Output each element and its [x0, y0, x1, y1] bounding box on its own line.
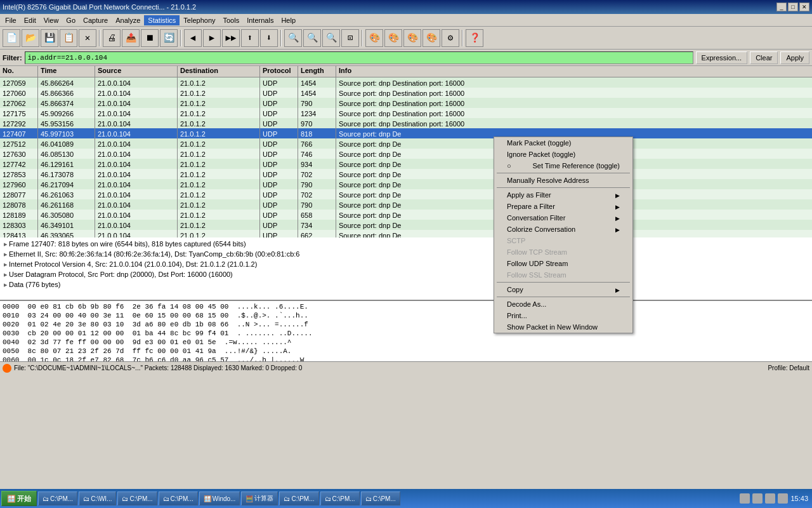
table-row[interactable]: 127512 46.041089 21.0.0.104 21.0.1.2 UDP… — [0, 138, 812, 149]
table-row[interactable]: 127175 45.909266 21.0.0.104 21.0.1.2 UDP… — [0, 108, 812, 118]
menu-edit[interactable]: Edit — [20, 15, 40, 25]
clear-button[interactable]: Clear — [750, 51, 778, 64]
menu-tools[interactable]: Tools — [219, 15, 244, 25]
apply-button[interactable]: Apply — [780, 51, 809, 64]
table-row[interactable]: 127630 46.085130 21.0.0.104 21.0.1.2 UDP… — [0, 149, 812, 159]
zoom-in-button[interactable]: 🔍 — [322, 29, 340, 47]
settings-button[interactable]: ⚙ — [442, 29, 459, 47]
close-button[interactable]: ✕ — [799, 3, 809, 11]
context-menu-item[interactable]: Decode As... — [494, 298, 632, 310]
menu-internals[interactable]: Internals — [243, 15, 277, 25]
save-button[interactable]: 💾 — [41, 29, 58, 47]
context-menu-item[interactable]: ○Set Time Reference (toggle) — [494, 160, 632, 171]
systray-sound-icon — [752, 493, 763, 504]
taskbar-item[interactable]: 🗂C:\PM... — [38, 491, 77, 505]
context-menu-item[interactable]: Conversation Filter — [494, 212, 632, 224]
table-row[interactable]: 128413 46.393065 21.0.0.104 21.0.1.2 UDP… — [0, 230, 812, 237]
taskbar-item[interactable]: 🪟Windo... — [199, 491, 240, 505]
table-row[interactable]: 128303 46.349101 21.0.0.104 21.0.1.2 UDP… — [0, 220, 812, 230]
context-menu-item[interactable]: Colorize Conversation — [494, 224, 632, 235]
color2-button[interactable]: 🎨 — [384, 29, 402, 47]
table-row[interactable]: 127060 45.866366 21.0.0.104 21.0.1.2 UDP… — [0, 88, 812, 98]
context-menu-item[interactable]: Ignore Packet (toggle) — [494, 149, 632, 160]
color4-button[interactable]: 🎨 — [422, 29, 440, 47]
context-menu-item: Follow TCP Stream — [494, 246, 632, 258]
forward2-button[interactable]: ▶▶ — [222, 29, 240, 47]
detail-row[interactable]: ▸Ethernet II, Src: 80:f6:2e:36:fa:14 (80… — [1, 249, 811, 259]
filter-input[interactable] — [25, 51, 693, 64]
print-button[interactable]: 🖨 — [103, 29, 121, 47]
context-menu-item[interactable]: Show Packet in New Window — [494, 321, 632, 333]
menu-help[interactable]: Help — [277, 15, 299, 25]
help-button[interactable]: ❓ — [466, 29, 483, 47]
menu-view[interactable]: View — [40, 15, 63, 25]
menu-analyze[interactable]: Analyze — [112, 15, 144, 25]
detail-row[interactable]: ▸Internet Protocol Version 4, Src: 21.0.… — [1, 259, 811, 269]
taskbar-item[interactable]: 🗂C:\WI... — [79, 491, 116, 505]
zoom-fit-button[interactable]: ⊡ — [341, 29, 359, 47]
export-button[interactable]: 📤 — [122, 29, 140, 47]
cell-len: 1234 — [298, 108, 336, 118]
taskbar-item[interactable]: 🗂C:\PM... — [117, 491, 157, 505]
context-menu-item[interactable]: Copy — [494, 284, 632, 295]
context-menu-item[interactable]: Apply as Filter — [494, 189, 632, 201]
col-header-info[interactable]: Info — [336, 66, 812, 77]
context-menu-item[interactable]: Manually Resolve Address — [494, 175, 632, 186]
menu-statistics[interactable]: Statistics — [144, 15, 180, 25]
cell-src: 21.0.0.104 — [95, 77, 178, 88]
forward-button[interactable]: ▶ — [203, 29, 221, 47]
taskbar-item[interactable]: 🧮计算器 — [241, 491, 278, 505]
restore-button[interactable]: □ — [788, 3, 798, 11]
zoom-reset-button[interactable]: 🔍 — [284, 29, 302, 47]
up-button[interactable]: ⬆ — [241, 29, 259, 47]
expression-button[interactable]: Expression... — [696, 51, 748, 64]
menu-go[interactable]: Go — [62, 15, 79, 25]
taskbar-item[interactable]: 🗂C:\PM... — [159, 491, 198, 505]
stop-button[interactable]: ⏹ — [141, 29, 159, 47]
open-button[interactable]: 📂 — [22, 29, 39, 47]
table-row[interactable]: 127292 45.953156 21.0.0.104 21.0.1.2 UDP… — [0, 118, 812, 128]
table-row[interactable]: 127742 46.129161 21.0.0.104 21.0.1.2 UDP… — [0, 159, 812, 169]
table-row[interactable]: 127853 46.173078 21.0.0.104 21.0.1.2 UDP… — [0, 169, 812, 179]
start-button[interactable]: 🪟 开始 — [1, 491, 37, 506]
detail-row[interactable]: ▸Frame 127407: 818 bytes on wire (6544 b… — [1, 239, 811, 249]
back-button[interactable]: ◀ — [184, 29, 202, 47]
context-menu-item[interactable]: Follow UDP Stream — [494, 258, 632, 269]
reload-button[interactable]: 🔄 — [160, 29, 178, 47]
taskbar-item[interactable]: 🗂C:\PM... — [279, 491, 318, 505]
detail-row[interactable]: ▸Data (776 bytes) — [1, 279, 811, 290]
detail-row[interactable]: ▸User Datagram Protocol, Src Port: dnp (… — [1, 269, 811, 279]
zoom-out-button[interactable]: 🔍 — [303, 29, 321, 47]
color3-button[interactable]: 🎨 — [403, 29, 421, 47]
down-button[interactable]: ⬇ — [260, 29, 278, 47]
table-row[interactable]: 128189 46.305080 21.0.0.104 21.0.1.2 UDP… — [0, 210, 812, 220]
col-header-source[interactable]: Source — [95, 66, 178, 77]
col-header-length[interactable]: Length — [298, 66, 336, 77]
table-row[interactable]: 127407 45.997103 21.0.0.104 21.0.1.2 UDP… — [0, 128, 812, 138]
new-capture-button[interactable]: 📄 — [3, 29, 20, 47]
col-header-protocol[interactable]: Protocol — [260, 66, 298, 77]
table-row[interactable]: 127059 45.866264 21.0.0.104 21.0.1.2 UDP… — [0, 77, 812, 88]
color1-button[interactable]: 🎨 — [365, 29, 383, 47]
menu-file[interactable]: File — [1, 15, 20, 25]
context-menu-item[interactable]: Prepare a Filter — [494, 201, 632, 212]
taskbar-item[interactable]: 🗂C:\PM... — [361, 491, 400, 505]
col-header-no[interactable]: No. — [0, 66, 38, 77]
table-row[interactable]: 127062 45.866374 21.0.0.104 21.0.1.2 UDP… — [0, 98, 812, 108]
col-header-time[interactable]: Time — [38, 66, 95, 77]
taskbar-item[interactable]: 🗂C:\PM... — [320, 491, 360, 505]
menu-telephony[interactable]: Telephony — [180, 15, 219, 25]
table-row[interactable]: 128077 46.261063 21.0.0.104 21.0.1.2 UDP… — [0, 189, 812, 199]
table-row[interactable]: 127960 46.217094 21.0.0.104 21.0.1.2 UDP… — [0, 179, 812, 189]
context-menu-item[interactable]: Print... — [494, 310, 632, 321]
packet-rows: 127059 45.866264 21.0.0.104 21.0.1.2 UDP… — [0, 77, 812, 237]
menu-capture[interactable]: Capture — [79, 15, 112, 25]
close-button2[interactable]: ✕ — [79, 29, 96, 47]
table-row[interactable]: 128078 46.261168 21.0.0.104 21.0.1.2 UDP… — [0, 199, 812, 210]
minimize-button[interactable]: _ — [776, 3, 787, 11]
context-menu-item[interactable]: Mark Packet (toggle) — [494, 137, 632, 149]
cell-info: Source port: dnp Destination port: 16000 — [336, 118, 812, 128]
save-as-button[interactable]: 📋 — [60, 29, 77, 47]
cell-no: 127630 — [0, 149, 38, 159]
col-header-destination[interactable]: Destination — [178, 66, 260, 77]
